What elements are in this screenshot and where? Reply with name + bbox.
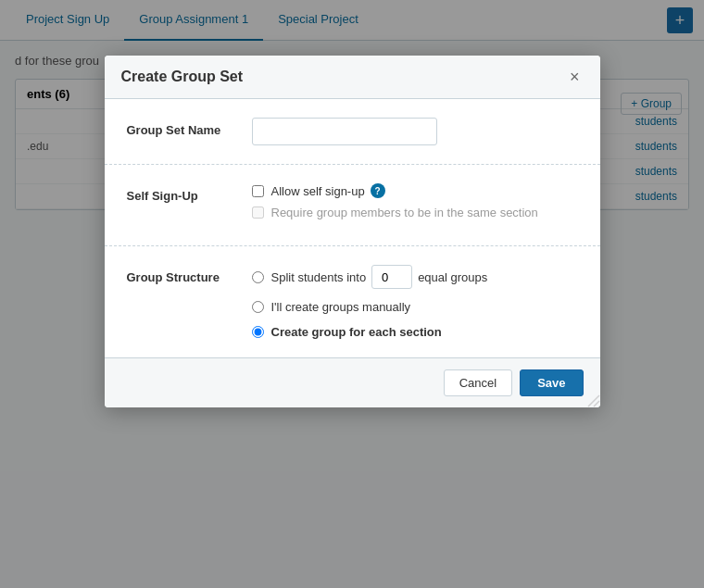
section-groups-label: Create group for each section bbox=[271, 325, 442, 339]
cancel-button[interactable]: Cancel bbox=[444, 369, 512, 396]
group-set-name-input[interactable] bbox=[252, 118, 437, 145]
group-structure-label: Group Structure bbox=[127, 265, 252, 284]
split-students-radio[interactable] bbox=[252, 271, 264, 283]
self-signup-section: Self Sign-Up Allow self sign-up ? Requir… bbox=[105, 165, 600, 246]
allow-self-signup-checkbox[interactable] bbox=[252, 185, 264, 197]
manual-groups-label: I'll create groups manually bbox=[271, 300, 411, 314]
self-signup-content: Allow self sign-up ? Require group membe… bbox=[252, 183, 578, 227]
group-structure-content: Split students into equal groups I'll cr… bbox=[252, 265, 578, 339]
modal-footer: Cancel Save bbox=[105, 357, 600, 407]
group-structure-section: Group Structure Split students into equa… bbox=[105, 246, 600, 357]
split-students-row: Split students into equal groups bbox=[252, 265, 578, 289]
modal-body: Group Set Name Self Sign-Up Allow self s… bbox=[105, 99, 600, 357]
modal-title: Create Group Set bbox=[121, 69, 244, 85]
group-set-name-section: Group Set Name bbox=[105, 99, 600, 165]
manual-groups-radio[interactable] bbox=[252, 301, 264, 313]
require-same-section-checkbox[interactable] bbox=[252, 206, 264, 219]
group-set-name-label: Group Set Name bbox=[127, 118, 252, 137]
section-groups-row: Create group for each section bbox=[252, 325, 578, 339]
allow-self-signup-label-text: Allow self sign-up ? bbox=[271, 183, 385, 198]
save-button[interactable]: Save bbox=[520, 369, 583, 396]
modal-overlay: Create Group Set × Group Set Name Self S… bbox=[0, 0, 704, 588]
modal-header: Create Group Set × bbox=[105, 56, 600, 99]
require-same-section-label-text: Require group members to be in the same … bbox=[271, 206, 538, 219]
split-students-label: Split students into equal groups bbox=[271, 265, 488, 289]
self-signup-label: Self Sign-Up bbox=[127, 183, 252, 203]
help-icon[interactable]: ? bbox=[371, 183, 385, 198]
equal-groups-input[interactable] bbox=[371, 265, 412, 289]
require-same-section-row: Require group members to be in the same … bbox=[252, 206, 578, 219]
allow-self-signup-row: Allow self sign-up ? bbox=[252, 183, 578, 198]
group-set-name-content bbox=[252, 118, 578, 145]
create-group-set-modal: Create Group Set × Group Set Name Self S… bbox=[105, 56, 600, 407]
manual-groups-row: I'll create groups manually bbox=[252, 300, 578, 314]
section-groups-radio[interactable] bbox=[252, 326, 264, 338]
modal-close-button[interactable]: × bbox=[566, 69, 584, 85]
modal-resize-handle[interactable] bbox=[587, 394, 600, 407]
